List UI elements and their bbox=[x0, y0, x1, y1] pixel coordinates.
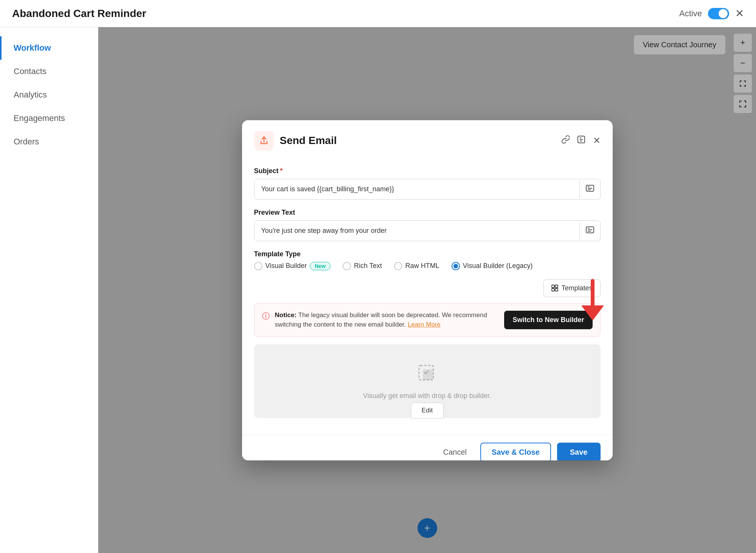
close-app-button[interactable]: ✕ bbox=[735, 8, 744, 19]
cancel-button[interactable]: Cancel bbox=[436, 443, 474, 460]
modal-overlay: Send Email bbox=[98, 27, 756, 553]
template-type-label: Template Type bbox=[254, 250, 601, 258]
notice-text: Notice: The legacy visual builder will s… bbox=[275, 310, 499, 330]
save-button[interactable]: Save bbox=[557, 443, 601, 460]
modal-body: Subject * bbox=[242, 158, 613, 435]
send-email-modal: Send Email bbox=[242, 120, 613, 460]
preview-text-group: Preview Text bbox=[254, 209, 601, 241]
subject-input-wrapper bbox=[254, 179, 601, 200]
radio-label-visual-builder: Visual Builder bbox=[265, 262, 307, 270]
preview-placeholder-icon bbox=[416, 362, 439, 385]
main-layout: Workflow Contacts Analytics Engagements … bbox=[0, 27, 756, 553]
notice-bold: Notice: bbox=[275, 311, 297, 319]
modal-header: Send Email bbox=[242, 120, 613, 158]
svg-rect-3 bbox=[552, 285, 554, 288]
radio-visual-builder[interactable]: Visual Builder New bbox=[254, 262, 331, 270]
radio-label-visual-builder-legacy: Visual Builder (Legacy) bbox=[463, 262, 533, 270]
modal-header-actions: ✕ bbox=[561, 135, 601, 146]
active-label: Active bbox=[679, 9, 702, 19]
sidebar-item-analytics[interactable]: Analytics bbox=[0, 83, 98, 107]
radio-circle-raw-html bbox=[394, 262, 402, 270]
template-type-radio-group: Visual Builder New Rich Text Raw HTML bbox=[254, 262, 601, 270]
send-email-icon bbox=[254, 131, 274, 150]
notice-body: The legacy visual builder will soon be d… bbox=[275, 311, 487, 328]
variables-button[interactable] bbox=[577, 135, 585, 146]
radio-raw-html[interactable]: Raw HTML bbox=[394, 262, 439, 270]
modal-footer: Cancel Save & Close Save bbox=[242, 435, 613, 460]
radio-circle-visual-builder-legacy bbox=[452, 262, 460, 270]
preview-text-input[interactable] bbox=[255, 221, 579, 241]
radio-visual-builder-legacy[interactable]: Visual Builder (Legacy) bbox=[452, 262, 533, 270]
content-area: View Contact Journey + − + bbox=[98, 27, 756, 553]
save-close-button[interactable]: Save & Close bbox=[480, 443, 551, 460]
sidebar-item-engagements[interactable]: Engagements bbox=[0, 107, 98, 130]
top-bar-right: Active ✕ bbox=[679, 8, 744, 19]
top-bar: Abandoned Cart Reminder Active ✕ bbox=[0, 0, 756, 27]
preview-placeholder-text: Visually get email with drop & drop buil… bbox=[363, 392, 491, 400]
switch-to-new-builder-button[interactable]: Switch to New Builder bbox=[504, 311, 592, 329]
sidebar: Workflow Contacts Analytics Engagements … bbox=[0, 27, 98, 553]
active-toggle[interactable] bbox=[708, 8, 729, 19]
link-button[interactable] bbox=[561, 135, 570, 146]
edit-button-partial[interactable]: Edit bbox=[411, 403, 444, 418]
svg-rect-5 bbox=[552, 288, 554, 291]
preview-text-label: Preview Text bbox=[254, 209, 601, 217]
subject-label: Subject * bbox=[254, 167, 601, 175]
svg-rect-6 bbox=[555, 288, 558, 291]
templates-button-label: Templates bbox=[561, 284, 592, 292]
modal-close-button[interactable]: ✕ bbox=[593, 135, 601, 146]
subject-variables-button[interactable] bbox=[579, 180, 600, 198]
sidebar-item-workflow[interactable]: Workflow bbox=[0, 36, 98, 60]
notice-icon: ⓘ bbox=[262, 311, 270, 321]
templates-row: Templates bbox=[254, 279, 601, 297]
modal-title: Send Email bbox=[280, 135, 555, 147]
subject-input[interactable] bbox=[255, 179, 579, 199]
sidebar-item-orders[interactable]: Orders bbox=[0, 130, 98, 153]
radio-rich-text[interactable]: Rich Text bbox=[343, 262, 382, 270]
sidebar-item-contacts[interactable]: Contacts bbox=[0, 60, 98, 83]
preview-text-input-wrapper bbox=[254, 220, 601, 241]
preview-text-variables-button[interactable] bbox=[579, 222, 600, 240]
radio-label-raw-html: Raw HTML bbox=[405, 262, 439, 270]
app-title: Abandoned Cart Reminder bbox=[12, 8, 146, 20]
templates-button[interactable]: Templates bbox=[543, 279, 600, 297]
template-type-group: Template Type Visual Builder New Rich Te… bbox=[254, 250, 601, 270]
subject-group: Subject * bbox=[254, 167, 601, 200]
radio-label-rich-text: Rich Text bbox=[354, 262, 382, 270]
preview-area: Visually get email with drop & drop buil… bbox=[254, 344, 601, 418]
new-badge: New bbox=[310, 262, 331, 270]
radio-circle-visual-builder bbox=[254, 262, 262, 270]
learn-more-link[interactable]: Learn More bbox=[408, 321, 441, 328]
svg-rect-4 bbox=[555, 285, 558, 288]
radio-circle-rich-text bbox=[343, 262, 351, 270]
notice-box: ⓘ Notice: The legacy visual builder will… bbox=[254, 303, 601, 337]
required-indicator: * bbox=[280, 167, 283, 175]
